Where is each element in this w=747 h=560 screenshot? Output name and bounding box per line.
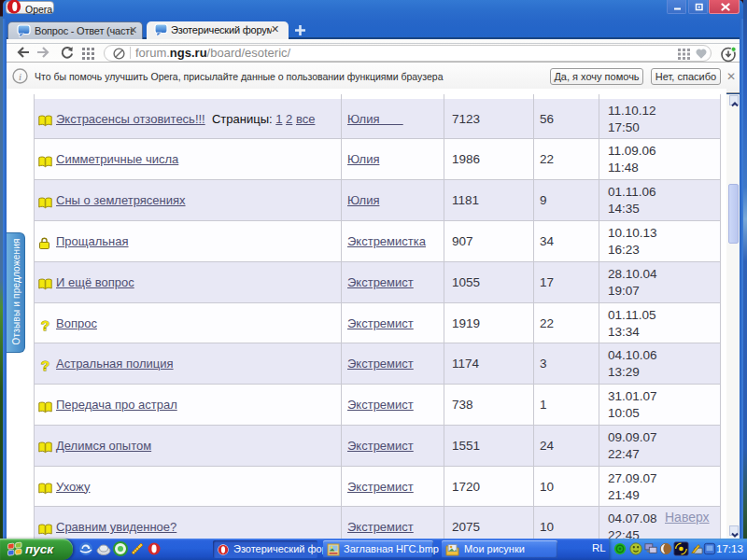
svg-text:?: ? <box>40 358 49 371</box>
svg-text:i: i <box>19 71 21 82</box>
svg-text:?: ? <box>40 318 49 331</box>
